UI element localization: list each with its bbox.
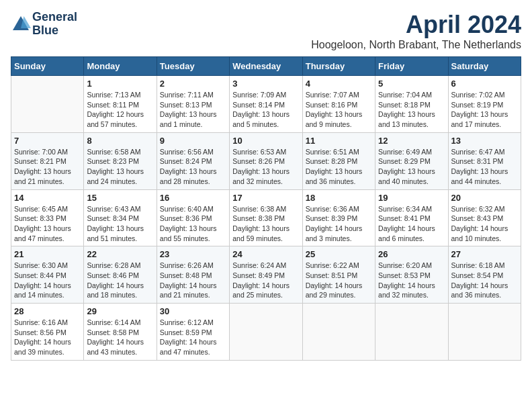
day-info: Sunrise: 7:09 AMSunset: 8:14 PMDaylight:… bbox=[232, 90, 299, 130]
day-info: Sunrise: 7:00 AMSunset: 8:21 PMDaylight:… bbox=[14, 147, 81, 187]
calendar-cell: 18Sunrise: 6:36 AMSunset: 8:39 PMDayligh… bbox=[302, 189, 375, 246]
calendar-cell: 1Sunrise: 7:13 AMSunset: 8:11 PMDaylight… bbox=[84, 76, 157, 133]
day-number: 2 bbox=[160, 79, 226, 89]
weekday-header: Thursday bbox=[302, 57, 375, 76]
day-number: 25 bbox=[306, 249, 372, 259]
day-info: Sunrise: 6:18 AMSunset: 8:54 PMDaylight:… bbox=[451, 261, 518, 300]
day-number: 4 bbox=[306, 79, 372, 89]
day-info: Sunrise: 7:07 AMSunset: 8:16 PMDaylight:… bbox=[306, 90, 372, 130]
calendar-cell: 14Sunrise: 6:45 AMSunset: 8:33 PMDayligh… bbox=[11, 189, 84, 246]
calendar-cell: 3Sunrise: 7:09 AMSunset: 8:14 PMDaylight… bbox=[230, 76, 302, 133]
day-info: Sunrise: 6:47 AMSunset: 8:31 PMDaylight:… bbox=[451, 147, 518, 187]
day-number: 5 bbox=[378, 79, 445, 89]
calendar-cell: 19Sunrise: 6:34 AMSunset: 8:41 PMDayligh… bbox=[375, 189, 448, 246]
calendar-cell: 30Sunrise: 6:12 AMSunset: 8:59 PMDayligh… bbox=[157, 304, 229, 361]
day-info: Sunrise: 6:43 AMSunset: 8:34 PMDaylight:… bbox=[87, 204, 153, 244]
day-info: Sunrise: 6:20 AMSunset: 8:53 PMDaylight:… bbox=[378, 261, 445, 300]
day-info: Sunrise: 6:32 AMSunset: 8:43 PMDaylight:… bbox=[451, 204, 518, 244]
day-info: Sunrise: 6:22 AMSunset: 8:51 PMDaylight:… bbox=[306, 261, 372, 300]
day-info: Sunrise: 6:56 AMSunset: 8:24 PMDaylight:… bbox=[160, 147, 226, 187]
day-number: 14 bbox=[14, 193, 81, 203]
calendar-cell bbox=[375, 304, 448, 361]
day-info: Sunrise: 6:12 AMSunset: 8:59 PMDaylight:… bbox=[160, 318, 226, 357]
page-header: General Blue April 2024 Hoogeloon, North… bbox=[11, 11, 521, 51]
calendar-week-row: 14Sunrise: 6:45 AMSunset: 8:33 PMDayligh… bbox=[11, 189, 521, 246]
weekday-header: Wednesday bbox=[230, 57, 302, 76]
day-number: 10 bbox=[232, 136, 299, 146]
day-info: Sunrise: 6:26 AMSunset: 8:48 PMDaylight:… bbox=[160, 261, 226, 300]
calendar-cell: 4Sunrise: 7:07 AMSunset: 8:16 PMDaylight… bbox=[302, 76, 375, 133]
calendar-cell: 26Sunrise: 6:20 AMSunset: 8:53 PMDayligh… bbox=[375, 246, 448, 304]
weekday-header-row: SundayMondayTuesdayWednesdayThursdayFrid… bbox=[11, 57, 521, 76]
day-number: 22 bbox=[87, 249, 153, 259]
weekday-header: Friday bbox=[375, 57, 448, 76]
day-number: 20 bbox=[451, 193, 518, 203]
day-number: 13 bbox=[451, 136, 518, 146]
calendar-cell: 28Sunrise: 6:16 AMSunset: 8:56 PMDayligh… bbox=[11, 304, 84, 361]
day-info: Sunrise: 6:51 AMSunset: 8:28 PMDaylight:… bbox=[306, 147, 372, 187]
calendar-cell: 16Sunrise: 6:40 AMSunset: 8:36 PMDayligh… bbox=[157, 189, 229, 246]
day-info: Sunrise: 7:02 AMSunset: 8:19 PMDaylight:… bbox=[451, 90, 518, 130]
calendar-cell: 10Sunrise: 6:53 AMSunset: 8:26 PMDayligh… bbox=[230, 132, 302, 189]
day-number: 29 bbox=[87, 306, 153, 316]
calendar-cell bbox=[448, 304, 521, 361]
logo-text: General Blue bbox=[32, 11, 77, 38]
day-info: Sunrise: 6:49 AMSunset: 8:29 PMDaylight:… bbox=[378, 147, 445, 187]
day-number: 30 bbox=[160, 306, 226, 316]
calendar-cell: 9Sunrise: 6:56 AMSunset: 8:24 PMDaylight… bbox=[157, 132, 229, 189]
day-info: Sunrise: 6:28 AMSunset: 8:46 PMDaylight:… bbox=[87, 261, 153, 300]
calendar-cell: 13Sunrise: 6:47 AMSunset: 8:31 PMDayligh… bbox=[448, 132, 521, 189]
calendar-week-row: 21Sunrise: 6:30 AMSunset: 8:44 PMDayligh… bbox=[11, 246, 521, 304]
day-info: Sunrise: 6:30 AMSunset: 8:44 PMDaylight:… bbox=[14, 261, 81, 300]
calendar-cell: 7Sunrise: 7:00 AMSunset: 8:21 PMDaylight… bbox=[11, 132, 84, 189]
calendar-cell: 12Sunrise: 6:49 AMSunset: 8:29 PMDayligh… bbox=[375, 132, 448, 189]
calendar-table: SundayMondayTuesdayWednesdayThursdayFrid… bbox=[11, 56, 521, 361]
day-info: Sunrise: 6:45 AMSunset: 8:33 PMDaylight:… bbox=[14, 204, 81, 244]
day-info: Sunrise: 7:04 AMSunset: 8:18 PMDaylight:… bbox=[378, 90, 445, 130]
day-number: 11 bbox=[306, 136, 372, 146]
calendar-cell: 11Sunrise: 6:51 AMSunset: 8:28 PMDayligh… bbox=[302, 132, 375, 189]
day-info: Sunrise: 6:58 AMSunset: 8:23 PMDaylight:… bbox=[87, 147, 153, 187]
calendar-cell bbox=[230, 304, 302, 361]
day-number: 1 bbox=[87, 79, 153, 89]
calendar-week-row: 7Sunrise: 7:00 AMSunset: 8:21 PMDaylight… bbox=[11, 132, 521, 189]
calendar-week-row: 28Sunrise: 6:16 AMSunset: 8:56 PMDayligh… bbox=[11, 304, 521, 361]
day-info: Sunrise: 6:24 AMSunset: 8:49 PMDaylight:… bbox=[232, 261, 299, 300]
calendar-cell: 6Sunrise: 7:02 AMSunset: 8:19 PMDaylight… bbox=[448, 76, 521, 133]
calendar-cell: 2Sunrise: 7:11 AMSunset: 8:13 PMDaylight… bbox=[157, 76, 229, 133]
calendar-cell: 27Sunrise: 6:18 AMSunset: 8:54 PMDayligh… bbox=[448, 246, 521, 304]
calendar-cell: 24Sunrise: 6:24 AMSunset: 8:49 PMDayligh… bbox=[230, 246, 302, 304]
day-info: Sunrise: 6:53 AMSunset: 8:26 PMDaylight:… bbox=[232, 147, 299, 187]
day-number: 24 bbox=[232, 249, 299, 259]
calendar-cell bbox=[11, 76, 84, 133]
day-number: 8 bbox=[87, 136, 153, 146]
day-number: 23 bbox=[160, 249, 226, 259]
day-number: 12 bbox=[378, 136, 445, 146]
location: Hoogeloon, North Brabant, The Netherland… bbox=[311, 39, 521, 51]
calendar-cell: 8Sunrise: 6:58 AMSunset: 8:23 PMDaylight… bbox=[84, 132, 157, 189]
weekday-header: Saturday bbox=[448, 57, 521, 76]
calendar-cell bbox=[302, 304, 375, 361]
day-number: 16 bbox=[160, 193, 226, 203]
calendar-cell: 22Sunrise: 6:28 AMSunset: 8:46 PMDayligh… bbox=[84, 246, 157, 304]
title-block: April 2024 Hoogeloon, North Brabant, The… bbox=[311, 11, 521, 51]
day-info: Sunrise: 7:11 AMSunset: 8:13 PMDaylight:… bbox=[160, 90, 226, 130]
calendar-cell: 21Sunrise: 6:30 AMSunset: 8:44 PMDayligh… bbox=[11, 246, 84, 304]
calendar-cell: 20Sunrise: 6:32 AMSunset: 8:43 PMDayligh… bbox=[448, 189, 521, 246]
day-info: Sunrise: 6:14 AMSunset: 8:58 PMDaylight:… bbox=[87, 318, 153, 357]
day-info: Sunrise: 6:34 AMSunset: 8:41 PMDaylight:… bbox=[378, 204, 445, 244]
calendar-cell: 5Sunrise: 7:04 AMSunset: 8:18 PMDaylight… bbox=[375, 76, 448, 133]
calendar-week-row: 1Sunrise: 7:13 AMSunset: 8:11 PMDaylight… bbox=[11, 76, 521, 133]
day-number: 17 bbox=[232, 193, 299, 203]
day-number: 18 bbox=[306, 193, 372, 203]
day-number: 3 bbox=[232, 79, 299, 89]
day-info: Sunrise: 6:40 AMSunset: 8:36 PMDaylight:… bbox=[160, 204, 226, 244]
day-number: 21 bbox=[14, 249, 81, 259]
weekday-header: Monday bbox=[84, 57, 157, 76]
calendar-cell: 15Sunrise: 6:43 AMSunset: 8:34 PMDayligh… bbox=[84, 189, 157, 246]
day-info: Sunrise: 6:16 AMSunset: 8:56 PMDaylight:… bbox=[14, 318, 81, 357]
month-title: April 2024 bbox=[311, 11, 521, 39]
day-number: 9 bbox=[160, 136, 226, 146]
day-info: Sunrise: 7:13 AMSunset: 8:11 PMDaylight:… bbox=[87, 90, 153, 130]
calendar-cell: 23Sunrise: 6:26 AMSunset: 8:48 PMDayligh… bbox=[157, 246, 229, 304]
